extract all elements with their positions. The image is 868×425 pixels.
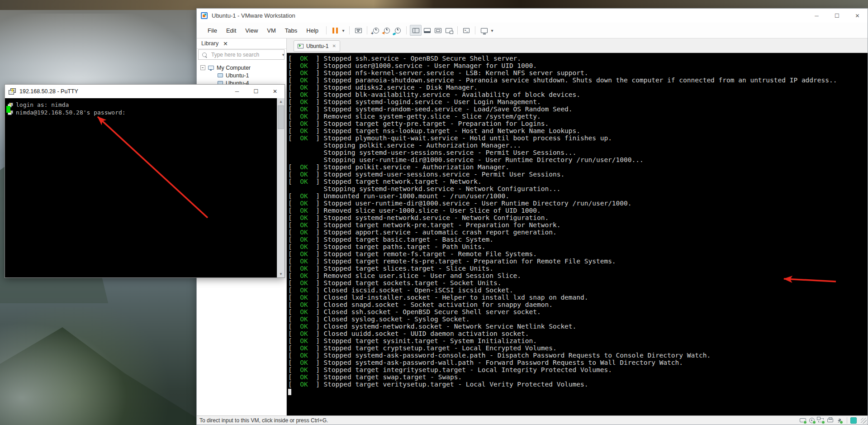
console-line: [ OK ] Closed uuidd.socket - UUID daemon… [288, 330, 868, 337]
console-line: [ OK ] Removed slice user-1000.slice - U… [288, 207, 868, 214]
search-dropdown-caret-icon[interactable]: ▾ [282, 53, 285, 57]
console-line: Stopping systemd-user-sessions.service -… [288, 149, 868, 156]
tab-ubuntu-1[interactable]: Ubuntu-1 ✕ [294, 40, 340, 52]
menu-tabs[interactable]: Tabs [280, 27, 302, 34]
console-line: Stopping user-runtime-dir@1000.service -… [288, 156, 868, 163]
toolbar-separator [475, 26, 475, 34]
library-panel-toggle-icon[interactable] [410, 25, 422, 36]
send-ctrl-alt-del-icon[interactable] [353, 25, 364, 35]
vmware-titlebar[interactable]: Ubuntu-1 - VMware Workstation ─ ☐ ✕ [197, 9, 868, 23]
scroll-down-icon[interactable]: ▼ [277, 272, 285, 276]
library-tree: My ComputerUbuntu-1Ubuntu-4 [197, 64, 286, 87]
putty-minimize-button[interactable]: ─ [228, 85, 247, 98]
console-line: [ OK ] Stopped target network.target - N… [288, 178, 868, 185]
message-log-icon[interactable] [850, 417, 857, 424]
tree-expander-icon[interactable] [200, 65, 205, 70]
console-line: [ OK ] Closed snapd.socket - Socket acti… [288, 301, 868, 308]
toolbar-separator [326, 26, 327, 34]
dropdown-caret-icon[interactable]: ▾ [489, 28, 495, 33]
printer-icon[interactable] [825, 417, 835, 424]
console-line: [ OK ] Stopped user@1000.service - User … [288, 62, 868, 69]
minimize-button[interactable]: ─ [806, 9, 827, 23]
putty-maximize-button[interactable]: ☐ [247, 85, 266, 98]
menu-view[interactable]: View [241, 27, 262, 34]
console-line: [ OK ] Stopped polkit.service - Authoriz… [288, 163, 868, 171]
take-snapshot-icon[interactable] [370, 25, 381, 35]
network-adapter-icon[interactable] [816, 417, 825, 424]
desktop: Ubuntu-1 - VMware Workstation ─ ☐ ✕ File… [0, 0, 868, 425]
manage-snapshots-icon[interactable] [392, 25, 403, 35]
console-line: [ OK ] Stopped plymouth-quit-wait.servic… [288, 134, 868, 142]
menu-edit[interactable]: Edit [222, 27, 241, 34]
menu-vm[interactable]: VM [262, 27, 280, 34]
tree-item-my-computer[interactable]: My Computer [197, 64, 286, 72]
putty-terminal[interactable]: login as: nimdanimda@192.168.50.28's pas… [5, 98, 285, 277]
console-line: [ OK ] Stopped target basic.target - Bas… [288, 236, 868, 243]
putty-cursor [6, 106, 10, 113]
putty-scrollbar[interactable]: ▲ ▼ [277, 98, 285, 277]
pause-button-icon[interactable] [330, 25, 341, 35]
console-line: [ OK ] Stopped systemd-random-seed.servi… [288, 105, 868, 113]
scroll-up-icon[interactable]: ▲ [277, 100, 285, 104]
console-line: [ OK ] Stopped target remote-fs-pre.targ… [288, 258, 868, 265]
toolbar-separator [349, 26, 350, 34]
menu-help[interactable]: Help [302, 27, 323, 34]
tab-label: Ubuntu-1 [306, 43, 328, 49]
console-line: [ OK ] Stopped target slices.target - Sl… [288, 265, 868, 272]
dropdown-caret-icon[interactable]: ▾ [341, 28, 346, 33]
cd-rom-icon[interactable] [807, 417, 816, 424]
console-line: [ OK ] Closed systemd-networkd.socket - … [288, 323, 868, 330]
console-line: [ OK ] Stopped systemd-ask-password-cons… [288, 352, 868, 359]
console-cursor-line [288, 388, 868, 395]
putty-titlebar[interactable]: 192.168.50.28 - PuTTY ─ ☐ ✕ [5, 85, 285, 98]
sound-icon[interactable] [835, 417, 844, 424]
resize-grip[interactable] [861, 418, 867, 424]
console-line: [ OK ] Stopped systemd-user-sessions.ser… [288, 171, 868, 178]
scrollbar-thumb[interactable] [278, 105, 284, 129]
tab-close-icon[interactable]: ✕ [332, 43, 336, 48]
putty-window: 192.168.50.28 - PuTTY ─ ☐ ✕ login as: ni… [5, 84, 285, 278]
vmware-logo-icon [201, 12, 208, 19]
fullscreen-toggle-icon[interactable] [432, 25, 443, 35]
library-search-box[interactable]: ▾ [198, 49, 285, 60]
console-view-icon[interactable] [461, 25, 472, 35]
close-button[interactable]: ✕ [847, 9, 868, 23]
console-line: [ OK ] Removed slice user.slice - User a… [288, 272, 868, 279]
console-line: Stopping systemd-networkd.service - Netw… [288, 185, 868, 192]
hard-disk-icon[interactable] [798, 417, 807, 424]
putty-window-title: 192.168.50.28 - PuTTY [19, 88, 78, 95]
maximize-button[interactable]: ☐ [827, 9, 847, 23]
putty-close-button[interactable]: ✕ [266, 85, 285, 98]
revert-snapshot-icon[interactable] [381, 25, 392, 35]
console-line: [ OK ] Stopped target sysinit.target - S… [288, 337, 868, 344]
console-line: Stopping polkit.service - Authorization … [288, 142, 868, 149]
console-line: [ OK ] Stopped blk-availability.service … [288, 91, 868, 98]
console-line: [ OK ] Stopped systemd-logind.service - … [288, 98, 868, 105]
console-line: [ OK ] Stopped target network-pre.target… [288, 221, 868, 229]
vm-icon [218, 73, 223, 77]
tree-item-ubuntu-1[interactable]: Ubuntu-1 [197, 72, 286, 79]
toolbar-separator [457, 26, 458, 34]
console-line: [ OK ] Stopped target swap.target - Swap… [288, 373, 868, 381]
putty-terminal-line: login as: nimda [8, 101, 285, 109]
statusbar-hint: To direct input to this VM, click inside… [199, 417, 328, 424]
vm-console[interactable]: [ OK ] Stopped ssh.service - OpenBSD Sec… [287, 53, 868, 415]
console-line: [ OK ] Closed ssh.socket - OpenBSD Secur… [288, 308, 868, 315]
search-input[interactable] [210, 51, 282, 58]
console-line: [ OK ] Stopped apport.service - automati… [288, 229, 868, 236]
console-line: [ OK ] Removed slice system-getty.slice … [288, 113, 868, 120]
console-line: [ OK ] Stopped user-runtime-dir@1000.ser… [288, 200, 868, 207]
vmware-statusbar: To direct input to this VM, click inside… [197, 415, 868, 425]
vmware-menubar: FileEditViewVMTabsHelp ▾▾ [197, 23, 868, 38]
console-line: [ OK ] Stopped paranoia-shutdown.service… [288, 76, 868, 84]
library-title: Library [201, 40, 218, 47]
display-settings-icon[interactable] [479, 25, 489, 35]
unity-toggle-icon[interactable] [443, 25, 454, 35]
console-line: [ OK ] Stopped target paths.target - Pat… [288, 243, 868, 250]
menu-file[interactable]: File [203, 27, 222, 34]
console-line: [ OK ] Stopped target getty-pre.target -… [288, 120, 868, 127]
library-close-icon[interactable]: ✕ [223, 40, 228, 47]
vm-tab-bar: Ubuntu-1 ✕ [287, 38, 868, 53]
putty-terminal-line: nimda@192.168.50.28's password: [8, 109, 285, 116]
thumbnail-bar-toggle-icon[interactable] [422, 25, 432, 35]
